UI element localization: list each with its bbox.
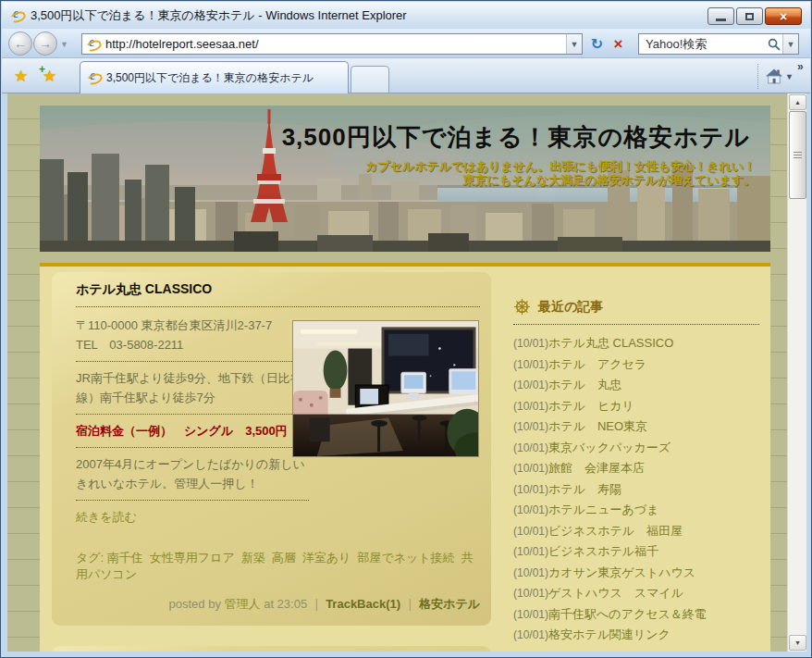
favorites-star-icon[interactable]: ★ xyxy=(14,67,28,86)
post-meta: posted by 管理人 at 23:05 ｜ TrackBack(1) ｜ … xyxy=(76,596,480,613)
article-price: 宿泊料金（一例） シングル 3,500円 xyxy=(76,415,309,448)
article-hotel-maruchu-classico: ホテル丸忠 CLASSICO 〒110-0000 東京都台東区清川2-37-7 … xyxy=(52,272,491,626)
item-link[interactable]: 旅館 会津屋本店 xyxy=(548,461,645,475)
posted-by-label: posted by xyxy=(169,597,221,611)
item-link[interactable]: 格安ホテル関連リンク xyxy=(548,627,671,641)
search-box[interactable]: Yahoo!検索 ▼ xyxy=(638,33,799,55)
item-link[interactable]: ホテル NEO東京 xyxy=(548,419,647,433)
blog-subtitle: カプセルホテルではありません。出張にも便利！女性も安心！きれい！ 東京にもそんな… xyxy=(365,159,756,187)
restore-button[interactable] xyxy=(736,7,763,25)
recent-article-item: (10/01)南千住駅へのアクセス＆終電 xyxy=(513,604,759,626)
hotel-interior-photo xyxy=(292,320,479,457)
minimize-button[interactable] xyxy=(707,7,734,25)
item-link[interactable]: ホテルニューあづま xyxy=(548,503,658,516)
item-date: (10/01) xyxy=(513,379,548,391)
tag-line: タグ: 南千住女性専用フロア新築高層洋室あり部屋でネット接続共用パソコン xyxy=(76,550,480,583)
tag-link[interactable]: 洋室あり xyxy=(302,551,351,565)
article-hotel-accela: ホテル アクセラ 〒111-0021 東京都台東区日本堤1-40-12 xyxy=(52,646,491,652)
page-favicon xyxy=(86,37,101,52)
back-button[interactable]: ← xyxy=(8,31,32,56)
home-dropdown[interactable]: ▼ xyxy=(785,72,794,81)
item-link[interactable]: ホテル 寿陽 xyxy=(548,482,621,496)
item-link[interactable]: ビジネスホテル 福田屋 xyxy=(548,524,683,538)
article-access: JR南千住駅より徒歩9分、地下鉄（日比谷線）南千住駅より徒歩7分 xyxy=(76,362,309,415)
refresh-icon: ↻ xyxy=(591,35,603,53)
item-link[interactable]: ゲストハウス スマイル xyxy=(548,586,683,600)
plus-icon: + xyxy=(39,63,45,76)
minimize-icon xyxy=(716,19,726,21)
recent-article-item: (10/01)ビジネスホテル福千 xyxy=(513,541,759,563)
recent-article-item: (10/01)ゲストハウス スマイル xyxy=(513,583,759,604)
recent-article-item: (10/01)ホテルニューあづま xyxy=(513,500,759,521)
item-link[interactable]: ビジネスホテル福千 xyxy=(548,544,658,558)
stop-icon: × xyxy=(614,35,623,54)
search-icon[interactable] xyxy=(766,38,782,51)
vertical-scrollbar[interactable]: ▲ ▼ xyxy=(787,93,806,652)
item-link[interactable]: ホテル ヒカリ xyxy=(548,399,634,413)
tags-label: タグ: xyxy=(76,551,104,565)
url-text[interactable]: http://hotelreport.seesaa.net/ xyxy=(105,37,566,51)
scrollbar-thumb[interactable] xyxy=(789,111,806,199)
history-dropdown[interactable]: ▼ xyxy=(60,40,68,49)
scroll-down-button[interactable]: ▼ xyxy=(789,635,806,651)
item-link[interactable]: カオサン東京ゲストハウス xyxy=(548,565,695,579)
recent-articles-list: (10/01)ホテル丸忠 CLASSICO (10/01)ホテル アクセラ (1… xyxy=(513,333,759,646)
tab-favicon xyxy=(87,70,102,85)
tab-active[interactable]: 3,500円以下で泊まる！東京の格安ホテル xyxy=(80,61,349,93)
home-button[interactable] xyxy=(764,67,784,85)
new-tab-button[interactable] xyxy=(351,66,389,93)
more-toolbar-icon[interactable]: » xyxy=(797,60,804,73)
item-link[interactable]: ホテル丸忠 CLASSICO xyxy=(548,336,673,350)
recent-article-item: (10/01)ホテル アクセラ xyxy=(513,354,759,376)
item-link[interactable]: 東京バックパッカーズ xyxy=(548,441,671,454)
thumb-grip xyxy=(794,157,802,158)
search-input[interactable]: Yahoo!検索 xyxy=(639,36,766,53)
item-link[interactable]: 南千住駅へのアクセス＆終電 xyxy=(548,607,707,621)
item-date: (10/01) xyxy=(513,525,548,538)
stop-button[interactable]: × xyxy=(609,33,628,55)
ie-logo-icon xyxy=(10,8,25,23)
thumb-grip xyxy=(794,152,802,153)
home-icon xyxy=(765,68,783,84)
restore-icon xyxy=(745,13,754,20)
recent-article-item: (10/01)旅館 会津屋本店 xyxy=(513,458,759,479)
address-bar[interactable]: http://hotelreport.seesaa.net/ ▼ xyxy=(81,33,583,55)
search-dropdown[interactable]: ▼ xyxy=(782,34,798,54)
item-date: (10/01) xyxy=(513,503,548,516)
scroll-up-button[interactable]: ▲ xyxy=(789,94,806,110)
item-link[interactable]: ホテル 丸忠 xyxy=(548,378,621,391)
blog-subtitle-line1: カプセルホテルではありません。出張にも便利！女性も安心！きれい！ xyxy=(365,159,756,173)
article-address-block: 〒110-0000 東京都台東区清川2-37-7 TEL 03-5808-221… xyxy=(76,309,309,362)
navigation-bar: ← → ▼ http://hotelreport.seesaa.net/ ▼ ↻… xyxy=(2,29,810,58)
read-more-link[interactable]: 続きを読む xyxy=(76,510,137,524)
divider xyxy=(513,324,759,325)
tag-link[interactable]: 女性専用フロア xyxy=(150,551,235,565)
recent-article-item: (10/01)カオサン東京ゲストハウス xyxy=(513,563,759,584)
article-title: ホテル丸忠 CLASSICO xyxy=(76,281,480,298)
author-link[interactable]: 管理人 xyxy=(225,597,261,611)
tag-link[interactable]: 南千住 xyxy=(107,551,143,565)
recent-article-item: (10/01)ホテル ヒカリ xyxy=(513,396,759,417)
recent-article-item: (10/01)東京バックパッカーズ xyxy=(513,438,759,459)
main-column: ホテル丸忠 CLASSICO 〒110-0000 東京都台東区清川2-37-7 … xyxy=(52,267,491,652)
article-description: 2007年4月にオープンしたばかりの新しいきれいなホテル。管理人一押し！ xyxy=(76,448,309,501)
refresh-button[interactable]: ↻ xyxy=(587,33,607,55)
tag-link[interactable]: 新築 xyxy=(241,551,265,565)
post-time: at 23:05 xyxy=(264,597,307,611)
tag-link[interactable]: 高層 xyxy=(272,551,296,565)
recent-article-item: (10/01)ホテル 寿陽 xyxy=(513,479,759,501)
tag-link[interactable]: 部屋でネット接続 xyxy=(357,551,454,565)
trackback-link[interactable]: TrackBack(1) xyxy=(326,597,400,611)
address-dropdown[interactable]: ▼ xyxy=(566,34,582,54)
sidebar: 最近の記事 (10/01)ホテル丸忠 CLASSICO (10/01)ホテル ア… xyxy=(513,267,759,652)
recent-article-item: (10/01)格安ホテル関連リンク xyxy=(513,625,759,646)
item-link[interactable]: ホテル アクセラ xyxy=(548,357,646,371)
add-favorite-icon[interactable]: ★+ xyxy=(43,67,56,86)
meta-separator: ｜ xyxy=(404,597,416,611)
forward-button[interactable]: → xyxy=(33,31,57,56)
window-title: 3,500円以下で泊まる！東京の格安ホテル - Windows Internet… xyxy=(31,7,407,24)
article-tel: TEL 03-5808-2211 xyxy=(76,335,309,354)
close-button[interactable]: × xyxy=(765,7,802,25)
category-link[interactable]: 格安ホテル xyxy=(419,597,480,611)
item-date: (10/01) xyxy=(513,358,548,371)
